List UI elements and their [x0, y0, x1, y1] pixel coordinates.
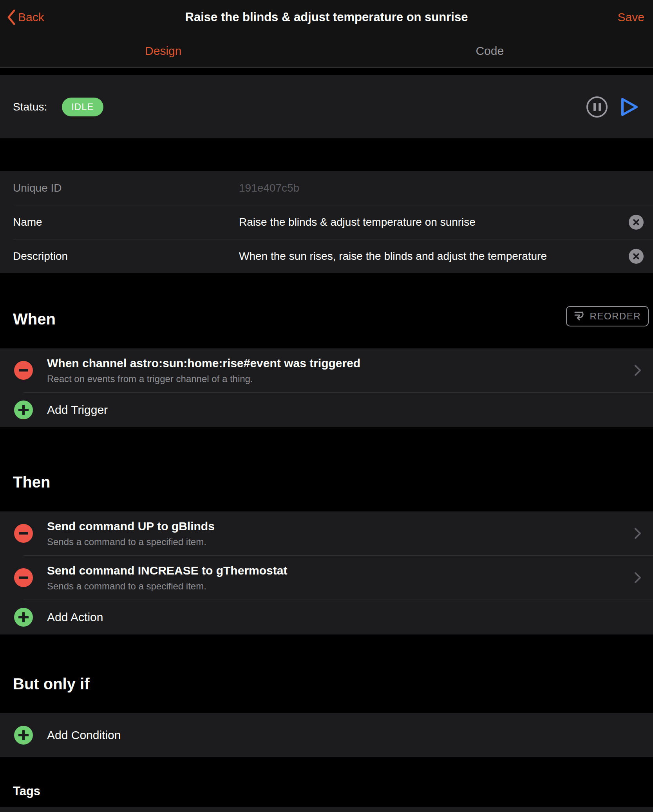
reorder-button[interactable]: REORDER	[566, 306, 649, 326]
trigger-subtitle: React on events from a trigger channel o…	[47, 373, 634, 384]
action-title: Send command UP to gBlinds	[47, 520, 634, 533]
reorder-label: REORDER	[590, 311, 641, 322]
status-badge: IDLE	[62, 98, 103, 116]
unique-id-label: Unique ID	[13, 182, 239, 194]
action-subtitle: Sends a command to a specified item.	[47, 536, 634, 547]
action-subtitle: Sends a command to a specified item.	[47, 581, 634, 592]
back-button[interactable]: Back	[6, 9, 44, 25]
add-trigger-row[interactable]: Add Trigger	[0, 393, 653, 427]
spacer	[0, 68, 653, 75]
remove-action-icon[interactable]	[14, 524, 33, 543]
spacer	[0, 138, 653, 171]
add-trigger-icon[interactable]	[14, 401, 33, 419]
description-label: Description	[13, 250, 239, 263]
triggers-card: When channel astro:sun:home:rise#event w…	[0, 348, 653, 427]
when-heading: When	[13, 310, 56, 328]
back-chevron-icon	[6, 9, 16, 25]
action-row[interactable]: Send command INCREASE to gThermostat Sen…	[0, 556, 653, 600]
tab-code[interactable]: Code	[327, 34, 653, 67]
then-heading: Then	[13, 473, 51, 491]
add-condition-icon[interactable]	[14, 726, 33, 745]
chevron-right-icon	[634, 527, 641, 539]
unique-id-value: 191e407c5b	[239, 182, 653, 194]
name-field[interactable]: Raise the blinds & adjust temperature on…	[239, 216, 624, 228]
name-row: Name Raise the blinds & adjust temperatu…	[0, 205, 653, 239]
action-body: Send command INCREASE to gThermostat Sen…	[47, 564, 634, 592]
when-section-header: When REORDER	[0, 273, 653, 348]
clear-description-icon[interactable]	[629, 249, 644, 264]
next-card-edge	[0, 807, 653, 812]
chevron-right-icon	[634, 572, 641, 584]
conditions-card: Add Condition	[0, 713, 653, 757]
then-section-header: Then	[0, 427, 653, 511]
remove-trigger-icon[interactable]	[14, 361, 33, 380]
status-card: Status: IDLE	[0, 75, 653, 138]
actions-card: Send command UP to gBlinds Sends a comma…	[0, 511, 653, 634]
add-action-row[interactable]: Add Action	[0, 600, 653, 634]
tab-bar: Design Code	[0, 34, 653, 67]
tags-heading: Tags	[13, 784, 40, 798]
add-trigger-label: Add Trigger	[47, 403, 108, 417]
tags-section-header: Tags	[0, 757, 653, 807]
description-field[interactable]: When the sun rises, raise the blinds and…	[239, 250, 624, 263]
pause-rule-icon[interactable]	[586, 96, 608, 118]
add-action-icon[interactable]	[14, 608, 33, 627]
add-condition-row[interactable]: Add Condition	[0, 713, 653, 757]
trigger-title: When channel astro:sun:home:rise#event w…	[47, 357, 634, 370]
trigger-row[interactable]: When channel astro:sun:home:rise#event w…	[0, 348, 653, 392]
status-label: Status:	[13, 101, 47, 113]
action-row[interactable]: Send command UP to gBlinds Sends a comma…	[0, 511, 653, 555]
remove-action-icon[interactable]	[14, 568, 33, 587]
top-navigation-bar: Back Raise the blinds & adjust temperatu…	[0, 0, 653, 68]
page-title: Raise the blinds & adjust temperature on…	[185, 10, 468, 24]
name-label: Name	[13, 216, 239, 228]
reorder-icon	[574, 310, 585, 322]
trigger-body: When channel astro:sun:home:rise#event w…	[47, 357, 634, 384]
action-body: Send command UP to gBlinds Sends a comma…	[47, 520, 634, 547]
add-condition-label: Add Condition	[47, 729, 121, 742]
rule-run-controls	[586, 96, 639, 118]
rule-info-card: Unique ID 191e407c5b Name Raise the blin…	[0, 171, 653, 273]
but-only-if-section-header: But only if	[0, 634, 653, 713]
unique-id-row: Unique ID 191e407c5b	[0, 171, 653, 205]
but-only-if-heading: But only if	[13, 675, 90, 693]
nav-title-row: Back Raise the blinds & adjust temperatu…	[0, 0, 653, 34]
description-row: Description When the sun rises, raise th…	[0, 239, 653, 273]
chevron-right-icon	[634, 364, 641, 376]
tab-design[interactable]: Design	[0, 34, 327, 67]
clear-name-icon[interactable]	[629, 215, 644, 230]
save-button[interactable]: Save	[618, 11, 644, 24]
run-rule-icon[interactable]	[620, 97, 639, 117]
action-title: Send command INCREASE to gThermostat	[47, 564, 634, 577]
back-label: Back	[18, 11, 44, 24]
add-action-label: Add Action	[47, 611, 103, 624]
